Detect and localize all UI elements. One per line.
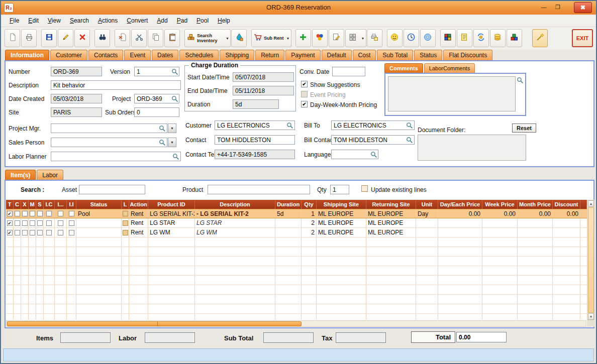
- clock-button[interactable]: [404, 29, 419, 47]
- stamps-button[interactable]: [345, 29, 361, 47]
- row-checkbox[interactable]: [30, 230, 35, 235]
- table-row[interactable]: ✔RentLG STARLG STAR2ML EUROPEML EUROPE: [6, 218, 587, 228]
- sub-rent-button[interactable]: Sub Rent: [251, 29, 286, 47]
- row-checkbox[interactable]: [37, 230, 43, 235]
- table-row[interactable]: [6, 257, 587, 266]
- line-options-icon[interactable]: [123, 230, 128, 235]
- project-mgr-lookup-icon[interactable]: [159, 125, 166, 132]
- column-header-x[interactable]: X: [21, 200, 29, 209]
- comments-tab-laborcomments[interactable]: LaborComments: [424, 63, 475, 73]
- minimize-button[interactable]: —: [538, 3, 550, 13]
- table-row[interactable]: [6, 237, 587, 247]
- comments-textarea[interactable]: [388, 76, 516, 111]
- asset-input[interactable]: [79, 185, 145, 194]
- print-setup-button[interactable]: [367, 29, 382, 47]
- description-field[interactable]: Kit behavior: [51, 80, 181, 90]
- scissors-button[interactable]: [131, 29, 147, 47]
- tab-flat-discounts[interactable]: Flat Discounts: [443, 50, 492, 60]
- menu-item-search[interactable]: Search: [65, 15, 93, 26]
- customer-lookup-icon[interactable]: [286, 122, 293, 129]
- column-header-qty[interactable]: Qty: [302, 200, 317, 209]
- duration-field[interactable]: 5d: [233, 99, 279, 109]
- version-lookup-icon[interactable]: [171, 68, 178, 75]
- row-checkbox[interactable]: [46, 220, 52, 226]
- row-checkbox[interactable]: [30, 211, 35, 216]
- tab-default[interactable]: Default: [322, 50, 352, 60]
- row-checkbox[interactable]: [46, 230, 52, 235]
- table-row[interactable]: [6, 314, 587, 320]
- edit-button[interactable]: [58, 29, 73, 47]
- comments-lookup-icon[interactable]: [517, 77, 524, 84]
- product-input[interactable]: [208, 185, 310, 194]
- money-transfer-button[interactable]: [473, 29, 489, 47]
- horizontal-scrollbar[interactable]: [6, 320, 586, 327]
- row-checkbox[interactable]: [15, 220, 20, 226]
- paste-button[interactable]: [164, 29, 180, 47]
- colored-cubes-button[interactable]: [507, 29, 522, 47]
- contact-field[interactable]: TOM HIDDLESTON: [215, 135, 295, 145]
- column-header-c[interactable]: C: [14, 200, 21, 209]
- magic-wand-button[interactable]: [532, 29, 548, 47]
- row-checkbox[interactable]: [37, 220, 43, 226]
- line-options-icon[interactable]: [123, 220, 128, 226]
- project-lookup-icon[interactable]: [171, 95, 178, 102]
- coins-button[interactable]: [490, 29, 506, 47]
- menu-item-file[interactable]: File: [5, 15, 24, 26]
- scroll-up-arrow[interactable]: ▲: [588, 200, 594, 207]
- start-date-field[interactable]: 05/07/2018: [233, 72, 294, 82]
- row-checkbox[interactable]: ✔: [7, 230, 13, 235]
- column-header-week-price[interactable]: Week Price: [482, 200, 518, 209]
- search-inventory-dropdown[interactable]: ▼: [225, 29, 231, 47]
- table-row[interactable]: ✔RentLG WMLG WM2ML EUROPEML EUROPE: [6, 228, 587, 237]
- add-line-button[interactable]: [295, 29, 311, 47]
- bill-contact-field[interactable]: TOM HIDDLESTON: [331, 135, 415, 145]
- column-header-i-i[interactable]: I.I: [67, 200, 76, 209]
- conv-date-field[interactable]: [332, 67, 365, 76]
- bill-contact-lookup-icon[interactable]: [406, 137, 413, 144]
- pool-button[interactable]: [312, 29, 328, 47]
- smiley-button[interactable]: [387, 29, 403, 47]
- tab-schedules[interactable]: Schedules: [179, 50, 219, 60]
- tab-information[interactable]: Information: [5, 50, 49, 60]
- row-checkbox[interactable]: [58, 230, 63, 235]
- sales-person-field[interactable]: [51, 138, 167, 147]
- menu-item-edit[interactable]: Edit: [24, 15, 43, 26]
- delete-button[interactable]: [74, 29, 90, 47]
- column-header-status[interactable]: Status: [76, 200, 122, 209]
- items-tab-labor[interactable]: Labor: [37, 170, 63, 180]
- sales-person-dropdown[interactable]: ▼: [168, 138, 176, 147]
- row-checkbox[interactable]: [22, 230, 28, 235]
- scroll-down-arrow[interactable]: ▼: [588, 313, 594, 320]
- menu-item-pad[interactable]: Pad: [172, 15, 192, 26]
- labor-planner-lookup-icon[interactable]: [172, 153, 179, 160]
- row-checkbox[interactable]: [22, 220, 28, 226]
- row-checkbox[interactable]: [15, 211, 20, 216]
- column-header-i[interactable]: I...: [55, 200, 67, 209]
- maximize-button[interactable]: ❒: [552, 3, 564, 13]
- row-checkbox[interactable]: [30, 220, 35, 226]
- row-checkbox[interactable]: [37, 211, 43, 216]
- table-row[interactable]: [6, 276, 587, 285]
- column-header-discount[interactable]: Discount: [553, 200, 580, 209]
- print-button[interactable]: [21, 29, 37, 47]
- site-field[interactable]: PARIS: [51, 107, 102, 117]
- table-row[interactable]: [6, 295, 587, 304]
- menu-item-pool[interactable]: Pool: [192, 15, 213, 26]
- row-checkbox[interactable]: ✔: [7, 211, 13, 216]
- vertical-scrollbar-thumb[interactable]: [588, 207, 594, 313]
- row-checkbox[interactable]: [69, 230, 74, 235]
- sub-orders-field[interactable]: 0: [134, 107, 179, 117]
- tab-return[interactable]: Return: [255, 50, 284, 60]
- menu-item-view[interactable]: View: [43, 15, 65, 26]
- column-header-shipping-site[interactable]: Shipping Site: [317, 200, 366, 209]
- table-row[interactable]: [6, 285, 587, 295]
- labor-planner-field[interactable]: [51, 152, 181, 161]
- column-header-l[interactable]: L: [122, 200, 129, 209]
- customer-field[interactable]: LG ELECTRONICS: [215, 120, 295, 130]
- column-header-action[interactable]: Action: [129, 200, 148, 209]
- tab-sub-total[interactable]: Sub Total: [377, 50, 413, 60]
- table-row[interactable]: [6, 304, 587, 314]
- rubik-button[interactable]: [440, 29, 456, 47]
- bill-to-lookup-icon[interactable]: [406, 122, 413, 129]
- find-button[interactable]: [94, 29, 110, 47]
